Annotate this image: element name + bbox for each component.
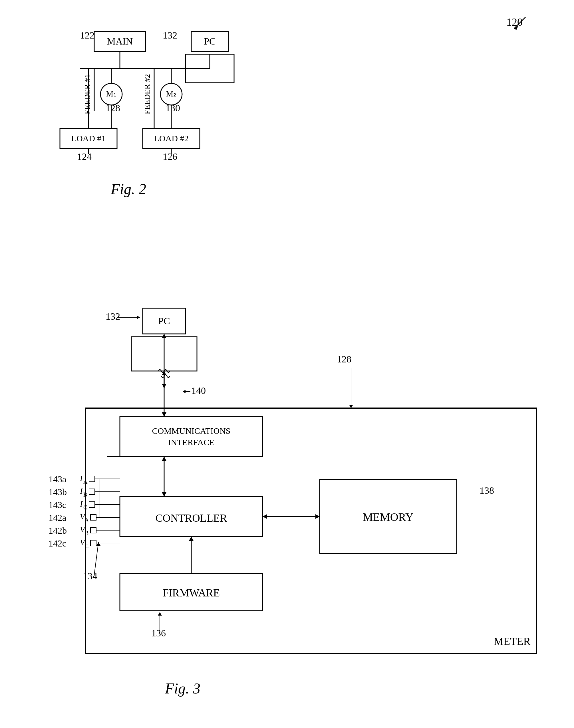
svg-text:143c: 143c [48, 500, 66, 510]
figure-2-diagram: MAIN 122 PC 132 FEEDER #1 M₁ 128 [23, 23, 294, 217]
svg-text:M₁: M₁ [106, 89, 117, 98]
svg-text:COMMUNICATIONS: COMMUNICATIONS [152, 426, 230, 435]
svg-text:INTERFACE: INTERFACE [168, 437, 215, 447]
svg-marker-65 [262, 514, 267, 519]
svg-text:MEMORY: MEMORY [363, 511, 414, 523]
svg-text:Fig. 2: Fig. 2 [111, 181, 146, 197]
svg-text:PC: PC [204, 36, 216, 46]
svg-text:CONTROLLER: CONTROLLER [155, 512, 227, 524]
svg-rect-99 [90, 540, 96, 546]
svg-line-0 [514, 17, 526, 29]
svg-text:138: 138 [480, 485, 494, 496]
svg-text:I: I [80, 486, 83, 496]
svg-text:128: 128 [106, 103, 120, 113]
svg-marker-116 [162, 334, 166, 338]
svg-text:A: A [85, 517, 89, 523]
svg-rect-84 [89, 502, 95, 507]
svg-marker-108 [189, 537, 194, 541]
svg-rect-55 [120, 417, 262, 457]
svg-text:MAIN: MAIN [107, 36, 133, 46]
svg-marker-111 [158, 612, 162, 615]
svg-text:124: 124 [77, 151, 92, 162]
arrow-120 [503, 14, 537, 37]
svg-text:143a: 143a [48, 474, 66, 484]
svg-text:132: 132 [163, 30, 177, 41]
svg-rect-94 [90, 527, 96, 533]
svg-text:LOAD #2: LOAD #2 [154, 134, 189, 143]
svg-text:C: C [85, 543, 88, 549]
svg-text:A: A [83, 479, 88, 485]
svg-text:PC: PC [158, 316, 170, 326]
svg-text:140: 140 [191, 385, 206, 396]
svg-text:FEEDER #1: FEEDER #1 [83, 74, 92, 115]
svg-marker-60 [162, 457, 166, 461]
svg-text:143b: 143b [48, 487, 67, 497]
page: 120 MAIN 122 PC 132 FEEDER #1 M₁ [0, 0, 574, 728]
svg-text:FEEDER #2: FEEDER #2 [143, 74, 152, 115]
figure-3-diagram: PC 132 140 128 METER COMMUNICATIONS INTE… [23, 300, 557, 708]
svg-text:126: 126 [163, 151, 177, 162]
svg-text:142b: 142b [48, 525, 67, 536]
svg-text:130: 130 [166, 103, 180, 113]
svg-text:FIRMWARE: FIRMWARE [163, 587, 220, 599]
svg-rect-79 [89, 489, 95, 495]
svg-text:122: 122 [80, 30, 94, 41]
svg-text:128: 128 [337, 354, 352, 365]
svg-text:M₂: M₂ [166, 89, 176, 98]
svg-text:142c: 142c [48, 538, 66, 549]
svg-text:C: C [83, 504, 87, 511]
svg-marker-59 [162, 492, 166, 497]
svg-rect-53 [86, 408, 537, 653]
svg-text:METER: METER [494, 635, 531, 647]
svg-line-102 [94, 542, 98, 575]
svg-text:132: 132 [106, 311, 120, 322]
svg-text:I: I [80, 500, 83, 508]
svg-text:B: B [85, 530, 88, 536]
svg-marker-64 [316, 514, 320, 519]
svg-rect-89 [90, 515, 96, 520]
svg-text:B: B [83, 491, 87, 498]
svg-text:136: 136 [151, 628, 166, 638]
svg-marker-43 [137, 316, 140, 319]
svg-rect-72 [89, 476, 95, 482]
svg-text:I: I [80, 474, 83, 482]
svg-marker-103 [96, 542, 100, 546]
svg-text:Fig. 3: Fig. 3 [165, 680, 200, 697]
svg-text:134: 134 [83, 571, 97, 581]
svg-marker-49 [183, 390, 186, 393]
svg-text:142a: 142a [48, 513, 66, 523]
svg-text:LOAD #1: LOAD #1 [71, 134, 106, 143]
